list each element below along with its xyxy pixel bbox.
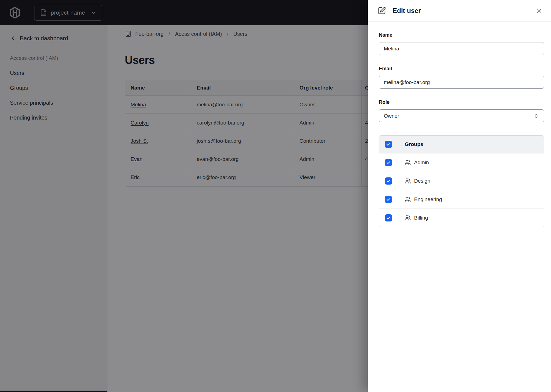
group-label: Billing — [414, 215, 428, 221]
users-icon — [405, 215, 411, 221]
up-down-caret-icon — [533, 113, 539, 119]
select-all-groups-checkbox[interactable] — [385, 141, 392, 148]
edit-pencil-icon — [378, 7, 386, 15]
check-icon — [386, 142, 391, 147]
group-row-admin: Admin — [379, 153, 544, 172]
group-checkbox-engineering[interactable] — [385, 196, 392, 203]
group-label: Engineering — [414, 196, 442, 202]
email-field-label: Email — [379, 65, 544, 72]
close-icon[interactable] — [534, 6, 544, 15]
role-field-label: Role — [379, 99, 544, 106]
check-icon — [386, 197, 391, 202]
group-label: Admin — [414, 159, 429, 166]
groups-panel: Groups Admin Design Engineering Bil — [379, 135, 544, 227]
edit-user-drawer: Edit user Name Email Role Owner — [368, 0, 551, 392]
users-icon — [405, 178, 411, 184]
users-icon — [405, 159, 411, 166]
role-select[interactable]: Owner — [379, 109, 544, 122]
drawer-title: Edit user — [393, 7, 421, 15]
group-row-billing: Billing — [379, 209, 544, 227]
group-row-engineering: Engineering — [379, 190, 544, 209]
app-root: project-name Back to dashboard Access co… — [0, 0, 551, 392]
groups-panel-header: Groups — [379, 136, 544, 153]
group-checkbox-admin[interactable] — [385, 159, 392, 166]
email-field[interactable] — [379, 76, 544, 89]
name-field[interactable] — [379, 42, 544, 55]
group-row-design: Design — [379, 172, 544, 190]
group-label: Design — [414, 178, 430, 184]
drawer-body: Name Email Role Owner Groups — [368, 32, 551, 227]
groups-panel-header-label: Groups — [405, 141, 423, 147]
role-select-value: Owner — [384, 113, 399, 119]
drawer-header: Edit user — [368, 0, 551, 21]
check-icon — [386, 160, 391, 165]
users-icon — [405, 196, 411, 202]
group-checkbox-design[interactable] — [385, 177, 392, 185]
check-icon — [386, 215, 391, 220]
name-field-label: Name — [379, 32, 544, 38]
group-checkbox-billing[interactable] — [385, 214, 392, 221]
check-icon — [386, 179, 391, 183]
